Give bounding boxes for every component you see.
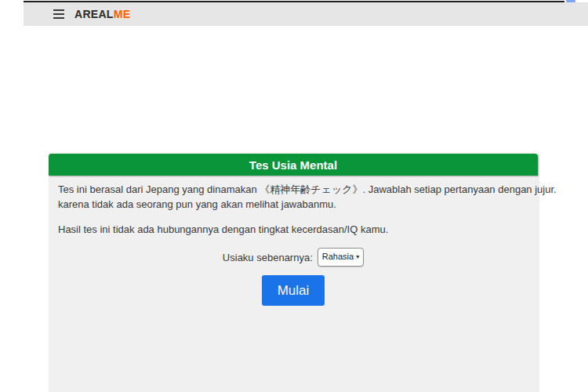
note-text: Hasil tes ini tidak ada hubungannya deng… xyxy=(58,222,528,237)
quiz-title: Tes Usia Mental xyxy=(49,154,538,176)
quiz-card: Tes Usia Mental Tes ini berasal dari Jep… xyxy=(49,154,538,392)
quiz-card-body: Tes ini berasal dari Jepang yang dinamak… xyxy=(49,176,538,306)
site-header: AREALME xyxy=(24,2,588,26)
logo-text-main: AREAL xyxy=(74,8,114,20)
start-button[interactable]: Mulai xyxy=(262,275,325,306)
age-form-row: Usiaku sebenarnya: Rahasia ▾ xyxy=(58,248,528,267)
intro-text-line-2: karena tidak ada seorang pun yang akan m… xyxy=(58,197,528,212)
age-select[interactable]: Rahasia ▾ xyxy=(318,248,364,267)
age-select-value: Rahasia xyxy=(322,249,354,264)
hamburger-icon xyxy=(53,9,64,11)
age-label: Usiaku sebenarnya: xyxy=(223,250,313,265)
logo-text-accent: ME xyxy=(114,8,131,20)
arealme-logo[interactable]: AREALME xyxy=(74,8,130,20)
button-row: Mulai xyxy=(58,275,528,306)
intro-text-line-1: Tes ini berasal dari Jepang yang dinamak… xyxy=(58,182,528,197)
menu-button[interactable] xyxy=(53,9,64,19)
chevron-down-icon: ▾ xyxy=(356,254,359,260)
